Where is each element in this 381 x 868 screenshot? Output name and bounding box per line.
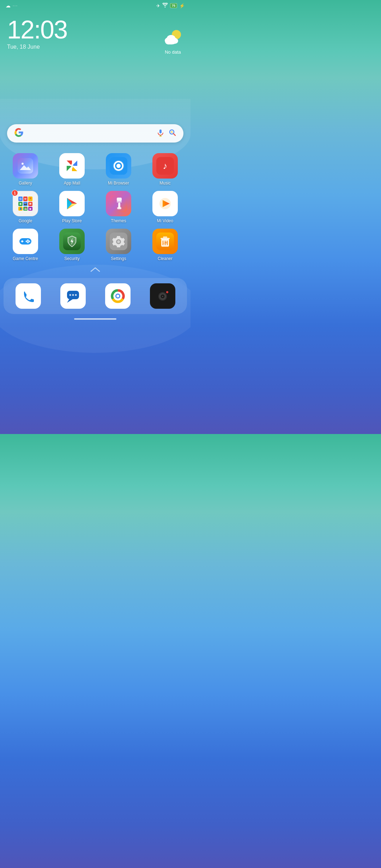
dock-chrome[interactable] (97, 283, 139, 309)
appmall-label: App Mall (64, 181, 80, 186)
svg-point-60 (75, 294, 77, 296)
themes-icon (106, 191, 131, 216)
dock-camera[interactable] (141, 283, 183, 309)
app-row-3: Game Centre Security (0, 229, 190, 261)
mivideo-icon (152, 191, 178, 216)
google-badge: 1 (12, 190, 18, 196)
cleaner-label: Cleaner (158, 256, 173, 261)
svg-point-65 (116, 295, 119, 297)
app-security[interactable]: Security (50, 229, 94, 261)
svg-point-58 (69, 294, 71, 296)
app-google[interactable]: 1 G M 📍 ▶ 📷 🖼 👤 📅 ▦ Google (4, 191, 47, 223)
svg-point-45 (117, 240, 120, 243)
svg-rect-11 (18, 158, 33, 174)
mibrowser-label: Mi Browser (108, 181, 129, 186)
settings-icon (106, 229, 131, 254)
weather-text: No data (162, 49, 183, 55)
svg-rect-27 (117, 201, 122, 203)
google-label: Google (19, 218, 32, 223)
wifi-icon (162, 3, 168, 8)
weather-icon (162, 28, 183, 49)
dock-phone[interactable] (7, 283, 49, 309)
app-mibrowser[interactable]: Mi Browser (97, 153, 140, 186)
google-icon: 1 G M 📍 ▶ 📷 🖼 👤 📅 ▦ (13, 191, 38, 216)
dock-messages[interactable] (52, 283, 94, 309)
app-gallery[interactable]: Gallery (4, 153, 47, 186)
svg-point-40 (26, 241, 28, 242)
charging-icon: ⚡ (179, 3, 185, 8)
svg-point-39 (27, 242, 29, 243)
gallery-icon (13, 153, 38, 179)
app-cleaner[interactable]: 1.4G Cleaner (143, 229, 187, 261)
search-bar[interactable] (7, 124, 183, 143)
airplane-icon: ✈ (156, 3, 160, 8)
themes-label: Themes (111, 218, 126, 223)
battery-level: 75 (170, 3, 177, 8)
playstore-label: Play Store (62, 218, 81, 223)
app-settings[interactable]: Settings (97, 229, 140, 261)
status-left-icons: ☁ ··· (6, 3, 18, 8)
svg-text:♪: ♪ (163, 161, 168, 171)
microphone-icon[interactable] (157, 129, 164, 138)
lens-icon[interactable] (169, 129, 176, 138)
app-gamecentre[interactable]: Game Centre (4, 229, 47, 261)
status-bar: ☁ ··· ✈ 75 ⚡ (0, 0, 190, 10)
messages-icon (60, 283, 86, 309)
app-row-2: 1 G M 📍 ▶ 📷 🖼 👤 📅 ▦ Google (0, 191, 190, 223)
app-playstore[interactable]: Play Store (50, 191, 94, 223)
music-label: Music (159, 181, 170, 186)
appmall-icon (59, 153, 85, 179)
home-indicator[interactable] (74, 318, 116, 320)
svg-point-4 (167, 35, 175, 41)
app-row-1: Gallery App Mall (0, 153, 190, 186)
google-logo (14, 128, 23, 139)
app-themes[interactable]: Themes (97, 191, 140, 223)
clock-time: 12:03 (7, 17, 183, 42)
gamecentre-label: Game Centre (13, 256, 38, 261)
svg-point-21 (116, 164, 121, 168)
cleaner-icon: 1.4G (152, 229, 178, 254)
cloud-icon: ☁ (6, 3, 11, 8)
google-grid: G M 📍 ▶ 📷 🖼 👤 📅 ▦ (18, 196, 33, 211)
mivideo-label: Mi Video (157, 218, 173, 223)
svg-rect-36 (21, 241, 24, 242)
app-appmall[interactable]: App Mall (50, 153, 94, 186)
dots-icon: ··· (13, 4, 18, 8)
music-icon: ♪ (152, 153, 178, 179)
phone-icon (16, 283, 41, 309)
mibrowser-icon (106, 153, 131, 179)
svg-point-71 (162, 296, 163, 297)
dock (4, 278, 187, 314)
gamecentre-icon (13, 229, 38, 254)
svg-rect-29 (117, 207, 121, 209)
app-mivideo[interactable]: Mi Video (143, 191, 187, 223)
app-music[interactable]: ♪ Music (143, 153, 187, 186)
weather-widget: No data (162, 28, 183, 55)
gallery-label: Gallery (19, 181, 32, 186)
svg-rect-54 (19, 287, 37, 305)
svg-point-12 (22, 163, 24, 165)
clock-date: Tue, 18 June (7, 44, 183, 50)
svg-point-10 (171, 131, 173, 133)
svg-point-38 (29, 241, 30, 242)
svg-rect-26 (117, 198, 122, 201)
status-right-icons: ✈ 75 ⚡ (156, 3, 185, 8)
svg-point-59 (72, 294, 74, 296)
svg-line-9 (174, 133, 176, 135)
settings-label: Settings (111, 256, 126, 261)
dock-arrow[interactable] (0, 266, 190, 275)
chrome-icon (105, 283, 131, 309)
clock-area: 12:03 Tue, 18 June (0, 10, 190, 54)
security-label: Security (64, 256, 79, 261)
svg-point-72 (166, 291, 168, 293)
svg-rect-16 (71, 166, 73, 168)
playstore-icon (59, 191, 85, 216)
svg-rect-5 (159, 129, 162, 133)
svg-point-37 (27, 240, 29, 241)
camera-icon (150, 283, 175, 309)
svg-rect-49 (163, 236, 167, 238)
security-icon (59, 229, 85, 254)
svg-text:1.4G: 1.4G (162, 241, 168, 244)
